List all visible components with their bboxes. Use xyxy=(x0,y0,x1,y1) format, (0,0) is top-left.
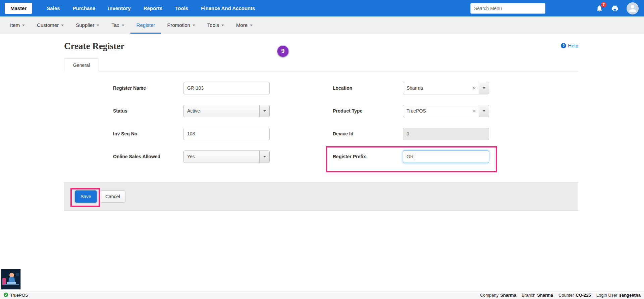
subnav-supplier-label: Supplier xyxy=(76,22,94,28)
help-label: Help xyxy=(568,43,578,48)
register-prefix-value: GR xyxy=(407,154,414,159)
save-button[interactable]: Save xyxy=(75,190,97,203)
text-cursor xyxy=(414,154,414,160)
subnav-supplier[interactable]: Supplier xyxy=(70,16,105,34)
chevron-down-icon xyxy=(221,25,224,26)
subnav-promotion[interactable]: Promotion xyxy=(161,16,201,34)
footer-counter: CounterCO-225 xyxy=(558,293,591,298)
form-row: Status Active Product Type TruePOS × xyxy=(64,99,578,122)
master-menu-button[interactable]: Master xyxy=(5,3,32,14)
nav-reports[interactable]: Reports xyxy=(137,5,169,11)
register-prefix-label: Register Prefix xyxy=(270,154,403,159)
subnav-more[interactable]: More xyxy=(230,16,259,34)
clear-icon[interactable]: × xyxy=(470,85,479,91)
status-label: Status xyxy=(64,108,183,114)
cancel-button[interactable]: Cancel xyxy=(100,190,125,203)
device-id-label: Device Id xyxy=(270,131,403,136)
chevron-down-icon xyxy=(263,110,266,112)
help-icon: ? xyxy=(561,43,566,48)
subnav-tools-label: Tools xyxy=(207,22,219,28)
nav-purchase[interactable]: Purchase xyxy=(66,5,102,11)
product-type-dropdown-button[interactable] xyxy=(479,105,489,117)
subnav-more-label: More xyxy=(236,22,248,28)
location-select[interactable]: Sharma × xyxy=(403,82,489,94)
chevron-down-icon xyxy=(263,156,266,158)
status-selected-value: Active xyxy=(184,108,259,114)
subnav-customer[interactable]: Customer xyxy=(31,16,70,34)
page-title: Create Register xyxy=(64,41,124,52)
form-actions-bar: Save Cancel xyxy=(64,182,578,211)
subnav-tax-label: Tax xyxy=(111,22,119,28)
print-button[interactable] xyxy=(611,5,619,12)
topbar-right-cluster: 7 xyxy=(470,2,639,14)
status-footer: TruePOS CompanySharma BranchSharma Count… xyxy=(0,291,644,299)
online-sales-dropdown-button[interactable] xyxy=(259,151,269,163)
screen-preview-thumbnail xyxy=(1,269,21,290)
footer-session-info: CompanySharma BranchSharma CounterCO-225… xyxy=(480,293,641,298)
location-selected-value: Sharma xyxy=(403,85,470,91)
chevron-down-icon xyxy=(22,25,25,26)
subnav-tools[interactable]: Tools xyxy=(201,16,230,34)
online-sales-allowed-label: Online Sales Allowed xyxy=(64,154,183,159)
person-icon xyxy=(628,3,638,14)
subnav-item[interactable]: Item xyxy=(4,16,31,34)
chevron-down-icon xyxy=(483,87,485,89)
register-prefix-input[interactable]: GR xyxy=(403,151,489,163)
online-sales-allowed-select[interactable]: Yes xyxy=(183,151,270,163)
product-type-select[interactable]: TruePOS × xyxy=(403,105,489,117)
notifications-button[interactable]: 7 xyxy=(596,5,603,12)
chevron-down-icon xyxy=(61,25,64,26)
status-dropdown-button[interactable] xyxy=(259,105,269,117)
chevron-down-icon xyxy=(193,25,195,26)
printer-icon xyxy=(611,5,619,12)
chevron-down-icon xyxy=(122,25,124,26)
chevron-down-icon xyxy=(483,110,485,112)
tab-general[interactable]: General xyxy=(64,58,99,72)
footer-app-name: TruePOS xyxy=(10,293,28,298)
online-sales-selected-value: Yes xyxy=(184,154,259,159)
chevron-down-icon xyxy=(250,25,253,26)
chevron-down-icon xyxy=(97,25,99,26)
notification-badge: 7 xyxy=(601,2,606,7)
subnav-register[interactable]: Register xyxy=(130,16,161,34)
register-name-input[interactable] xyxy=(183,82,270,94)
location-label: Location xyxy=(270,85,403,91)
footer-app-status: TruePOS xyxy=(3,292,28,298)
module-navigation-bar: Item Customer Supplier Tax Register Prom… xyxy=(0,16,644,34)
location-dropdown-button[interactable] xyxy=(479,82,489,94)
clear-icon[interactable]: × xyxy=(470,108,479,114)
subnav-item-label: Item xyxy=(10,22,20,28)
subnav-register-label: Register xyxy=(137,22,155,28)
product-type-selected-value: TruePOS xyxy=(403,108,470,114)
user-avatar[interactable] xyxy=(627,2,639,14)
device-id-input xyxy=(403,128,489,140)
subnav-customer-label: Customer xyxy=(37,22,59,28)
top-navigation-bar: Master Sales Purchase Inventory Reports … xyxy=(0,0,644,16)
footer-company: CompanySharma xyxy=(480,293,516,298)
inv-seq-no-label: Inv Seq No xyxy=(64,131,183,136)
product-type-label: Product Type xyxy=(270,108,403,114)
footer-login-user: Login Usersangeetha xyxy=(596,293,641,298)
nav-inventory[interactable]: Inventory xyxy=(102,5,137,11)
subnav-tax[interactable]: Tax xyxy=(105,16,130,34)
form-row: Register Name Location Sharma × xyxy=(64,77,578,99)
inv-seq-no-input[interactable] xyxy=(183,128,270,140)
nav-finance-and-accounts[interactable]: Finance And Accounts xyxy=(195,5,261,11)
status-select[interactable]: Active xyxy=(183,105,270,117)
tab-strip: General xyxy=(64,58,578,72)
register-name-label: Register Name xyxy=(64,85,183,91)
nav-sales[interactable]: Sales xyxy=(40,5,66,11)
search-menu-input[interactable] xyxy=(470,3,545,14)
help-link[interactable]: ? Help xyxy=(561,43,578,48)
footer-branch: BranchSharma xyxy=(522,293,553,298)
subnav-promotion-label: Promotion xyxy=(167,22,190,28)
create-register-form: Register Name Location Sharma × Status A… xyxy=(64,72,578,168)
form-row: Online Sales Allowed Yes Register Prefix… xyxy=(64,145,578,168)
check-icon xyxy=(3,292,8,298)
nav-tools[interactable]: Tools xyxy=(169,5,195,11)
form-row: Inv Seq No Device Id xyxy=(64,122,578,145)
